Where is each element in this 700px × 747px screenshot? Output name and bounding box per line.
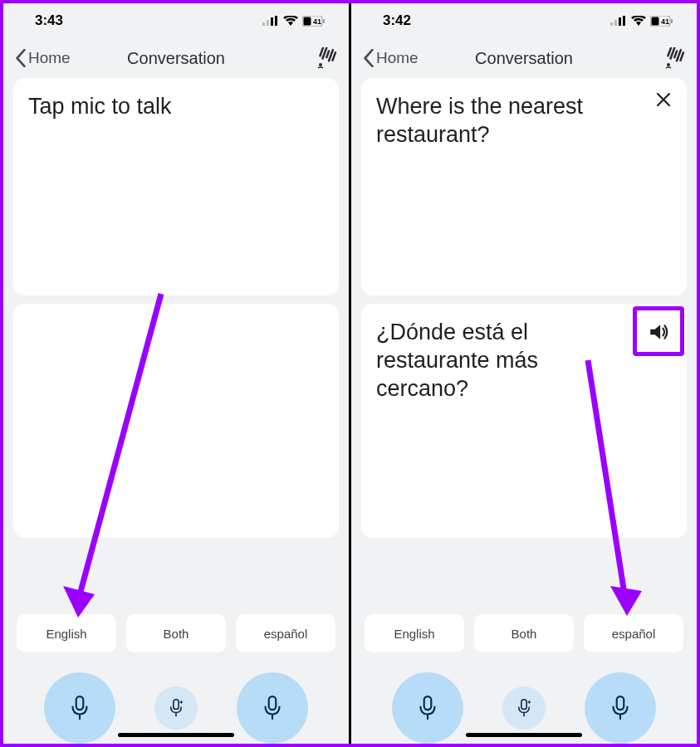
- svg-point-8: [319, 63, 322, 66]
- language-row: English Both español: [3, 614, 349, 652]
- chevron-left-icon: [15, 49, 27, 67]
- language-row: English Both español: [351, 614, 697, 652]
- lang2-label: español: [612, 627, 656, 641]
- home-indicator[interactable]: [466, 733, 582, 737]
- svg-rect-19: [619, 17, 621, 26]
- source-card[interactable]: Where is the nearest restaurant?: [361, 78, 687, 295]
- svg-rect-24: [671, 19, 673, 23]
- mic-lang2-button[interactable]: [585, 672, 656, 744]
- phone-screen-right: 3:42 41 Home Conversation Where is the n…: [351, 3, 697, 744]
- source-text: Where is the nearest restaurant?: [376, 93, 625, 149]
- status-time: 3:42: [383, 12, 411, 29]
- face-to-face-icon: [663, 47, 685, 69]
- svg-rect-9: [76, 696, 84, 710]
- speak-button[interactable]: [637, 310, 680, 354]
- svg-rect-30: [616, 696, 624, 710]
- mic-lang2-button[interactable]: [237, 672, 308, 744]
- translation-card[interactable]: [13, 304, 339, 538]
- lang1-label: English: [46, 627, 86, 641]
- svg-rect-1: [267, 20, 269, 26]
- svg-rect-22: [651, 17, 658, 25]
- battery-icon: 41: [650, 16, 673, 27]
- back-button[interactable]: Home: [363, 49, 419, 67]
- lang-both-label: Both: [512, 627, 537, 641]
- lang1-button[interactable]: English: [17, 614, 116, 652]
- face-to-face-icon: [316, 47, 337, 69]
- lang1-button[interactable]: English: [365, 614, 464, 652]
- translation-card[interactable]: ¿Dónde está el restaurante más cercano?: [361, 304, 687, 538]
- battery-icon: 41: [302, 16, 326, 27]
- mic-sparkle-icon: [168, 699, 184, 717]
- status-icons: 41: [262, 16, 326, 27]
- svg-rect-5: [304, 17, 311, 25]
- lang-both-button[interactable]: Both: [474, 614, 574, 652]
- svg-rect-13: [268, 696, 276, 710]
- mic-icon: [68, 696, 91, 720]
- status-bar: 3:42 41: [351, 3, 697, 38]
- back-button[interactable]: Home: [15, 49, 71, 67]
- status-bar: 3:43 41: [3, 3, 349, 38]
- mic-row: [3, 652, 349, 744]
- clear-button[interactable]: [653, 90, 673, 110]
- lang2-button[interactable]: español: [236, 614, 335, 652]
- wifi-icon: [631, 16, 646, 26]
- status-icons: 41: [610, 16, 673, 27]
- source-text: Tap mic to talk: [28, 93, 277, 121]
- card-area: Tap mic to talk: [3, 78, 349, 606]
- svg-text:41: 41: [313, 17, 321, 26]
- translation-text: ¿Dónde está el restaurante más cercano?: [376, 319, 625, 403]
- speaker-icon: [648, 321, 669, 343]
- svg-rect-28: [521, 700, 526, 710]
- mic-sparkle-icon: [516, 699, 532, 717]
- nav-bar: Home Conversation: [351, 38, 697, 78]
- status-time: 3:43: [35, 12, 63, 29]
- mic-icon: [416, 696, 439, 720]
- mic-row: [351, 652, 697, 744]
- nav-bar: Home Conversation: [3, 38, 349, 78]
- svg-text:41: 41: [661, 17, 669, 26]
- source-card[interactable]: Tap mic to talk: [13, 78, 339, 295]
- svg-rect-20: [623, 16, 625, 26]
- svg-rect-11: [174, 700, 179, 710]
- mic-icon: [261, 696, 284, 720]
- svg-point-25: [667, 63, 670, 66]
- wifi-icon: [283, 16, 298, 26]
- mic-auto-button[interactable]: [154, 686, 198, 730]
- mic-auto-button[interactable]: [502, 686, 546, 730]
- lang-both-label: Both: [164, 627, 189, 641]
- back-label: Home: [28, 49, 71, 67]
- phone-screen-left: 3:43 41 Home Conversation Tap mic to tal…: [3, 3, 349, 744]
- mic-lang1-button[interactable]: [44, 672, 115, 744]
- cellular-icon: [610, 16, 627, 26]
- svg-rect-7: [323, 19, 325, 23]
- svg-rect-3: [275, 16, 277, 26]
- card-area: Where is the nearest restaurant? ¿Dónde …: [351, 78, 697, 606]
- home-indicator[interactable]: [118, 733, 234, 737]
- svg-rect-0: [262, 22, 265, 26]
- svg-rect-2: [271, 17, 273, 26]
- lang-both-button[interactable]: Both: [126, 614, 226, 652]
- lang2-button[interactable]: español: [584, 614, 683, 652]
- cellular-icon: [262, 16, 279, 26]
- mic-lang1-button[interactable]: [392, 672, 463, 744]
- svg-rect-17: [610, 22, 613, 26]
- face-to-face-button[interactable]: [316, 47, 337, 69]
- face-to-face-button[interactable]: [663, 47, 685, 69]
- lang2-label: español: [264, 627, 308, 641]
- chevron-left-icon: [363, 49, 374, 67]
- close-icon: [656, 92, 671, 107]
- svg-rect-26: [424, 696, 432, 710]
- lang1-label: English: [394, 627, 434, 641]
- mic-icon: [609, 696, 632, 720]
- svg-rect-18: [614, 20, 617, 26]
- back-label: Home: [376, 49, 419, 67]
